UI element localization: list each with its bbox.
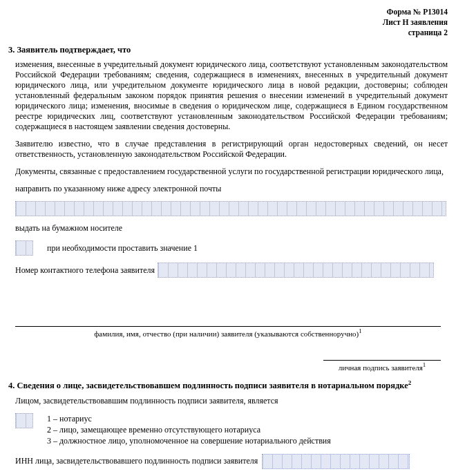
witness-intro: Лицом, засвидетельствовавшим подлинность… <box>15 396 448 406</box>
footnote-1-icon: 1 <box>359 327 362 334</box>
email-label: направить по указанному ниже адресу элек… <box>15 184 448 194</box>
witness-inn-input[interactable] <box>262 454 410 469</box>
witness-inn-label: ИНН лица, засвидетельствовавшего подлинн… <box>15 456 258 466</box>
section-4-title: 4. Сведения о лице, засвидетельствовавше… <box>8 379 448 392</box>
email-input[interactable] <box>15 201 446 216</box>
sheet-label: Лист Н заявления <box>8 17 448 28</box>
witness-option-1: 1 – нотариус <box>47 413 331 424</box>
signature-name-line: фамилия, имя, отчество (при наличии) зая… <box>15 326 441 339</box>
personal-signature-block: личная подпись заявителя1 <box>8 360 441 372</box>
signature-name-caption: фамилия, имя, отчество (при наличии) зая… <box>94 330 359 338</box>
witness-option-2: 2 – лицо, замещающее временно отсутствую… <box>47 424 331 435</box>
page-header: Форма № Р13014 Лист Н заявления страница… <box>8 7 448 38</box>
footnote-1b-icon: 1 <box>423 361 426 368</box>
page-number: страница 2 <box>8 28 448 38</box>
phone-input[interactable] <box>158 263 434 278</box>
phone-label: Номер контактного телефона заявителя <box>15 265 155 276</box>
paper-output-hint: при необходимости проставить значение 1 <box>47 243 198 254</box>
witness-option-3: 3 – должностное лицо, уполномоченное на … <box>47 435 331 446</box>
section-3-paragraph-liability: Заявителю известно, что в случае предста… <box>15 139 448 160</box>
section-3-paragraph-confirmation: изменения, внесенные в учредительный док… <box>15 59 448 132</box>
form-page: Форма № Р13014 Лист Н заявления страница… <box>0 0 456 476</box>
paper-output-label: выдать на бумажном носителе <box>15 223 448 234</box>
witness-type-input[interactable] <box>15 413 33 428</box>
documents-line: Документы, связанные с предоставлением г… <box>15 166 448 177</box>
section-3-title: 3. Заявитель подтверждает, что <box>8 45 448 56</box>
footnote-2-icon: 2 <box>408 379 412 386</box>
personal-signature-caption: личная подпись заявителя <box>339 363 423 372</box>
form-number: Форма № Р13014 <box>8 7 448 17</box>
witness-options: 1 – нотариус 2 – лицо, замещающее времен… <box>47 413 331 447</box>
section-4-title-text: 4. Сведения о лице, засвидетельствовавше… <box>8 381 408 390</box>
paper-output-checkbox[interactable] <box>15 240 33 256</box>
